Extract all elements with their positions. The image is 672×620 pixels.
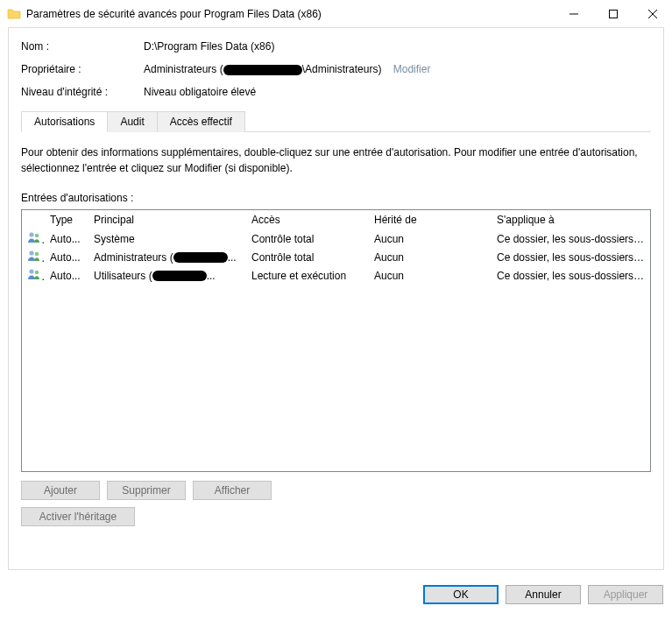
- svg-rect-1: [609, 10, 617, 18]
- cell-inherited: Aucun: [369, 270, 492, 282]
- cell-applies: Ce dossier, les sous-dossiers e...: [492, 270, 650, 282]
- table-header: Type Principal Accès Hérité de S'appliqu…: [22, 210, 650, 229]
- instruction-text: Pour obtenir des informations supplément…: [21, 144, 651, 176]
- cell-principal: Administrateurs (...: [88, 251, 246, 264]
- redacted-text: [173, 252, 228, 263]
- cell-applies: Ce dossier, les sous-dossiers e...: [492, 233, 650, 245]
- cell-inherited: Aucun: [369, 251, 492, 264]
- integrity-row: Niveau d'intégrité : Niveau obligatoire …: [21, 86, 651, 98]
- window-controls: [554, 1, 672, 26]
- redacted-text: [223, 65, 302, 75]
- cell-principal: Utilisateurs (...: [88, 270, 246, 282]
- table-row[interactable]: Auto...Utilisateurs (...Lecture et exécu…: [22, 266, 650, 285]
- owner-suffix: \Administrateurs): [302, 63, 382, 75]
- titlebar: Paramètres de sécurité avancés pour Prog…: [0, 0, 672, 27]
- close-button[interactable]: [633, 1, 672, 26]
- folder-icon: [7, 7, 21, 21]
- people-icon: [22, 250, 45, 264]
- cell-access: Contrôle total: [246, 233, 369, 245]
- tab-strip: Autorisations Audit Accès effectif: [21, 110, 651, 132]
- tab-audit[interactable]: Audit: [107, 111, 157, 132]
- redacted-text: [152, 271, 207, 281]
- name-label: Nom :: [21, 40, 144, 53]
- svg-point-5: [35, 234, 39, 237]
- owner-row: Propriétaire : Administrateurs (\Adminis…: [21, 63, 651, 75]
- col-applies[interactable]: S'applique à: [492, 214, 650, 226]
- col-access[interactable]: Accès: [246, 214, 369, 226]
- cell-type: Auto...: [45, 251, 88, 264]
- window-title: Paramètres de sécurité avancés pour Prog…: [26, 8, 554, 20]
- dialog-footer: OK Annuler Appliquer: [0, 578, 672, 613]
- view-button[interactable]: Afficher: [193, 481, 272, 500]
- owner-label: Propriétaire :: [21, 63, 144, 75]
- table-body: Auto...SystèmeContrôle totalAucunCe doss…: [22, 229, 650, 285]
- entries-label: Entrées d'autorisations :: [21, 192, 651, 204]
- owner-value: Administrateurs (\Administrateurs) Modif…: [144, 63, 430, 75]
- cell-access: Lecture et exécution: [246, 270, 369, 282]
- svg-point-9: [35, 271, 39, 274]
- table-row[interactable]: Auto...SystèmeContrôle totalAucunCe doss…: [22, 229, 650, 248]
- enable-inheritance-button[interactable]: Activer l'héritage: [21, 507, 135, 526]
- integrity-value: Niveau obligatoire élevé: [144, 86, 256, 98]
- content-panel: Nom : D:\Program Files Data (x86) Propri…: [8, 27, 664, 570]
- tab-permissions[interactable]: Autorisations: [21, 111, 108, 132]
- svg-point-6: [29, 250, 33, 255]
- col-inherited[interactable]: Hérité de: [369, 214, 492, 226]
- svg-point-7: [35, 252, 39, 256]
- col-principal[interactable]: Principal: [88, 214, 246, 226]
- inherit-row: Activer l'héritage: [21, 507, 651, 526]
- maximize-button[interactable]: [593, 1, 633, 26]
- cell-type: Auto...: [45, 270, 88, 282]
- add-button[interactable]: Ajouter: [21, 481, 100, 500]
- name-value: D:\Program Files Data (x86): [144, 40, 274, 53]
- minimize-button[interactable]: [554, 1, 593, 26]
- col-type[interactable]: Type: [45, 214, 88, 226]
- svg-point-4: [29, 232, 33, 236]
- table-row[interactable]: Auto...Administrateurs (...Contrôle tota…: [22, 248, 650, 266]
- cell-applies: Ce dossier, les sous-dossiers e...: [492, 251, 650, 264]
- people-icon: [22, 268, 45, 283]
- remove-button[interactable]: Supprimer: [107, 481, 186, 500]
- svg-point-8: [29, 269, 33, 273]
- apply-button[interactable]: Appliquer: [588, 585, 663, 604]
- cell-type: Auto...: [45, 233, 88, 245]
- cell-access: Contrôle total: [246, 251, 369, 264]
- ok-button[interactable]: OK: [423, 585, 499, 604]
- people-icon: [22, 231, 45, 246]
- cancel-button[interactable]: Annuler: [506, 585, 581, 604]
- integrity-label: Niveau d'intégrité :: [21, 86, 144, 98]
- col-icon[interactable]: [22, 214, 45, 226]
- name-row: Nom : D:\Program Files Data (x86): [21, 40, 651, 53]
- action-buttons-row: Ajouter Supprimer Afficher: [21, 481, 651, 500]
- modify-owner-link[interactable]: Modifier: [393, 63, 431, 75]
- tab-effective-access[interactable]: Accès effectif: [157, 111, 245, 132]
- permissions-table: Type Principal Accès Hérité de S'appliqu…: [21, 209, 651, 472]
- owner-prefix: Administrateurs (: [144, 63, 223, 75]
- cell-principal: Système: [88, 233, 246, 245]
- cell-inherited: Aucun: [369, 233, 492, 245]
